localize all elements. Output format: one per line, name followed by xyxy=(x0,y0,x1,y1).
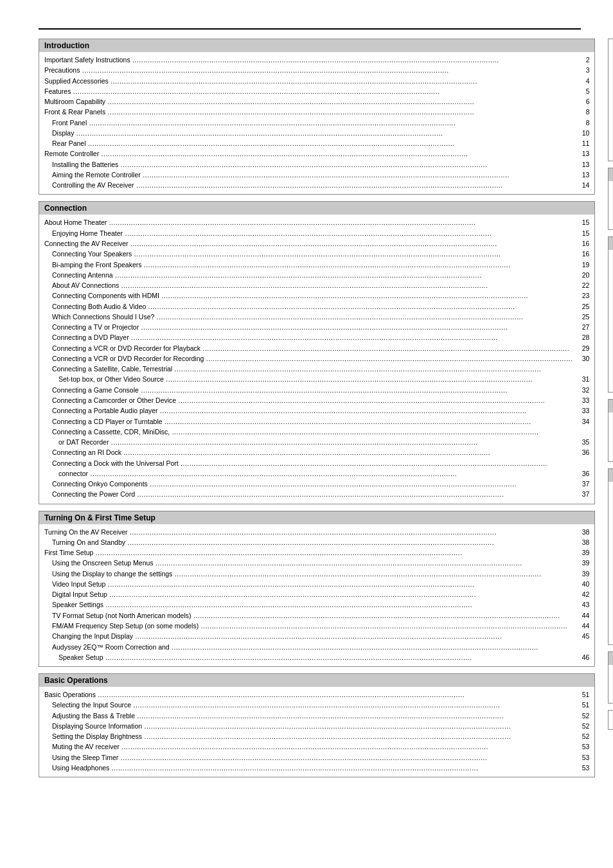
toc-entry: Rear Panel 11 xyxy=(44,138,589,148)
toc-section: Basic Operations Basic Operations 51 Sel… xyxy=(39,673,595,777)
entry-label: Connecting a CD Player or Turntable xyxy=(44,416,575,427)
entry-page: 39 xyxy=(575,547,589,558)
entry-label: Remote Controller xyxy=(44,148,575,159)
toc-entry: Front & Rear Panels 8 xyxy=(44,107,589,117)
entry-page: 4 xyxy=(575,76,589,86)
entry-page: 6 xyxy=(575,96,589,107)
entry-label: Connecting a VCR or DVD Recorder for Rec… xyxy=(44,353,575,364)
entry-page: 15 xyxy=(575,217,589,227)
toc-section: Introduction Important Safety Instructio… xyxy=(39,39,595,195)
toc-entry: Enjoying Home Theater 15 xyxy=(44,228,589,238)
entry-label: connector xyxy=(44,468,575,479)
entry-page: 37 xyxy=(575,479,589,489)
entry-label: Connecting Onkyo Components xyxy=(44,479,575,489)
entry-label: Aiming the Remote Controller xyxy=(44,170,575,180)
entry-label: Connecting a TV or Projector xyxy=(44,322,575,332)
toc-entry: Set-top box, or Other Video Source 31 xyxy=(44,374,589,384)
entry-page: 46 xyxy=(575,652,589,662)
toc-entry: Important Safety Instructions 2 xyxy=(44,55,589,65)
toc-entry: Connecting the AV Receiver 16 xyxy=(44,238,589,249)
toc-entry: Adjusting the Bass & Treble 52 xyxy=(44,711,589,721)
entry-label: First Time Setup xyxy=(44,547,575,558)
section-header: Introduction xyxy=(39,39,594,52)
entry-label: Multiroom Capability xyxy=(44,96,575,107)
entry-label: Precautions xyxy=(44,65,575,75)
entry-label: Connecting a Portable Audio player xyxy=(44,405,575,416)
entry-label: Using the Onscreen Setup Menus xyxy=(44,558,575,568)
entry-page: 25 xyxy=(575,312,589,322)
toc-entry: Audyssey 2EQ™ Room Correction and xyxy=(44,642,589,652)
toc-section: Controlling Other Components Controlling… xyxy=(608,468,613,646)
entry-page: 25 xyxy=(575,301,589,312)
entry-page: 34 xyxy=(575,416,589,427)
entry-page: 37 xyxy=(575,489,589,499)
entry-label: Connecting a Camcorder or Other Device xyxy=(44,395,575,405)
entry-label: Bi-amping the Front Speakers xyxy=(44,260,575,270)
entry-page: 2 xyxy=(575,55,589,65)
entry-page: 38 xyxy=(575,537,589,547)
section-body: Important Safety Instructions 2 Precauti… xyxy=(39,52,594,194)
toc-entry: FM/AM Frequency Step Setup (on some mode… xyxy=(44,621,589,631)
entry-page: 31 xyxy=(575,374,589,384)
toc-entry: Using the Onscreen Setup Menus 39 xyxy=(44,558,589,568)
toc-entry: Connecting Both Audio & Video 25 xyxy=(44,301,589,312)
toc-entry: First Time Setup 39 xyxy=(44,547,589,558)
toc-entry: Connecting an RI Dock 36 xyxy=(44,447,589,457)
entry-page: 53 xyxy=(575,741,589,752)
entry-page: 42 xyxy=(575,589,589,599)
entry-label: Set-top box, or Other Video Source xyxy=(44,374,575,384)
entry-label: Muting the AV receiver xyxy=(44,741,575,752)
entry-page: 19 xyxy=(575,260,589,270)
entry-page: 35 xyxy=(575,437,589,447)
toc-section: Connection About Home Theater 15 Enjoyin… xyxy=(39,201,595,504)
toc-entry: Precautions 3 xyxy=(44,65,589,75)
entry-page: 8 xyxy=(575,107,589,117)
toc-entry: TV Format Setup (not North American mode… xyxy=(44,610,589,621)
entry-page: 27 xyxy=(575,322,589,332)
toc-entry: Connecting a VCR or DVD Recorder for Pla… xyxy=(44,343,589,353)
section-header: Advanced Setup xyxy=(609,237,613,250)
entry-label: or DAT Recorder xyxy=(44,437,575,447)
entry-page: 29 xyxy=(575,343,589,353)
toc-section: Advanced Setup Advanced Setup 69 Onscree… xyxy=(608,236,613,393)
entry-label: Features xyxy=(44,86,575,96)
entry-label: Connecting Both Audio & Video xyxy=(44,301,575,312)
entry-page: 33 xyxy=(575,405,589,416)
entry-page: 14 xyxy=(575,180,589,190)
entry-label: Connecting Components with HDMI xyxy=(44,290,575,301)
toc-entry: Muting the AV receiver 53 xyxy=(44,741,589,752)
toc-entry: Controlling the AV Receiver 14 xyxy=(44,180,589,190)
entry-page: 52 xyxy=(575,731,589,741)
entry-page: 8 xyxy=(575,118,589,128)
entry-label: Selecting the Input Source xyxy=(44,700,575,710)
entry-page: 52 xyxy=(575,721,589,731)
entry-page: 16 xyxy=(575,249,589,259)
toc-entry: Remote Controller 13 xyxy=(44,148,589,159)
entry-label: Installing the Batteries xyxy=(44,159,575,170)
toc-entry: Connecting Antenna 20 xyxy=(44,270,589,280)
toc-entry: Aiming the Remote Controller 13 xyxy=(44,170,589,180)
toc-entry: connector 36 xyxy=(44,468,589,479)
entry-label: Using the Sleep Timer xyxy=(44,752,575,763)
entry-page: 53 xyxy=(575,752,589,763)
toc-entry: or DAT Recorder 35 xyxy=(44,437,589,447)
entry-label: Connecting the AV Receiver xyxy=(44,238,575,249)
toc-entry: Connecting a Satellite, Cable, Terrestri… xyxy=(44,364,589,374)
entry-label: Enjoying Home Theater xyxy=(44,228,575,238)
toc-entry: Front Panel 8 xyxy=(44,118,589,128)
entry-page: 10 xyxy=(575,128,589,138)
entry-page: 52 xyxy=(575,711,589,721)
section-header: Basic Operations xyxy=(39,674,594,687)
toc-entry: Setting the Display Brightness 52 xyxy=(44,731,589,741)
toc-entry: Multiroom Capability 6 xyxy=(44,96,589,107)
toc-entry: Video Input Setup 40 xyxy=(44,579,589,589)
toc-entry: Using the Sleep Timer 53 xyxy=(44,752,589,763)
toc-entry: Connecting a Cassette, CDR, MiniDisc, xyxy=(44,427,589,437)
entry-label: Important Safety Instructions xyxy=(44,55,575,65)
toc-section: Others Troubleshooting 100 Specification… xyxy=(608,651,613,704)
entry-label: About AV Connections xyxy=(44,280,575,290)
toc-entry: Using the Display to change the settings… xyxy=(44,569,589,579)
section-header: Turning On & First Time Setup xyxy=(39,511,594,524)
entry-page: 45 xyxy=(575,631,589,641)
toc-entry: About Home Theater 15 xyxy=(44,217,589,227)
